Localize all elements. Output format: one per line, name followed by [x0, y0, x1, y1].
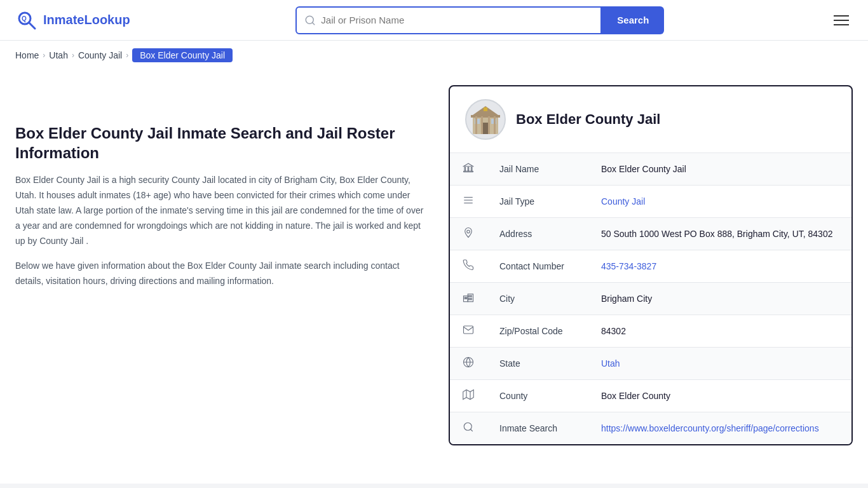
svg-rect-18	[468, 167, 469, 171]
row-icon-cell	[450, 380, 487, 412]
row-icon-cell	[450, 348, 487, 380]
row-value: 50 South 1000 West PO Box 888, Brigham C…	[588, 218, 851, 250]
row-icon-cell	[450, 186, 487, 218]
breadcrumb-home[interactable]: Home	[15, 50, 39, 60]
svg-rect-7	[482, 123, 489, 134]
row-label: Zip/Postal Code	[487, 315, 588, 348]
row-value: Utah	[588, 348, 851, 380]
hamburger-line-1	[834, 15, 849, 17]
row-label: Contact Number	[487, 250, 588, 283]
main-content: Box Elder County Jail Inmate Search and …	[0, 70, 868, 471]
row-label: Jail Type	[487, 186, 588, 218]
svg-marker-20	[464, 163, 473, 166]
svg-rect-13	[494, 116, 496, 134]
breadcrumb-current: Box Elder County Jail	[132, 48, 233, 62]
row-icon-cell	[450, 153, 487, 186]
logo-text: InmateLookup	[43, 13, 130, 27]
svg-rect-29	[469, 295, 470, 297]
row-label: Inmate Search	[487, 412, 588, 445]
row-label: City	[487, 283, 588, 315]
row-value-link[interactable]: County Jail	[601, 196, 645, 207]
left-panel: Box Elder County Jail Inmate Search and …	[15, 85, 428, 445]
info-card: Box Elder County Jail Jail NameBox Elder…	[449, 85, 853, 445]
search-input[interactable]	[321, 15, 593, 25]
row-label: Address	[487, 218, 588, 250]
row-value-link[interactable]: Utah	[601, 358, 620, 369]
row-label: Jail Name	[487, 153, 588, 186]
row-icon-cell	[450, 315, 487, 348]
svg-rect-27	[465, 297, 466, 299]
row-label: State	[487, 348, 588, 380]
breadcrumb-sep-1: ›	[43, 51, 45, 60]
avatar	[465, 99, 506, 140]
table-row: CityBrigham City	[450, 283, 851, 315]
table-row: Contact Number435-734-3827	[450, 250, 851, 283]
search-input-wrapper	[295, 6, 602, 34]
search-icon	[304, 15, 316, 26]
row-icon-cell	[450, 412, 487, 445]
row-value: Brigham City	[588, 283, 851, 315]
breadcrumb-county-jail[interactable]: County Jail	[78, 50, 122, 60]
hamburger-line-2	[834, 20, 849, 21]
row-icon-cell	[450, 250, 487, 283]
svg-point-38	[464, 423, 471, 430]
svg-line-1	[29, 23, 35, 29]
svg-point-24	[467, 230, 470, 233]
svg-rect-15	[488, 116, 490, 134]
row-value: 435-734-3827	[588, 250, 851, 283]
row-value-link[interactable]: https://www.boxeldercounty.org/sheriff/p…	[601, 423, 819, 433]
description-paragraph-2: Below we have given information about th…	[15, 259, 428, 289]
info-card-header: Box Elder County Jail	[450, 86, 851, 153]
svg-rect-17	[465, 167, 466, 171]
svg-line-39	[470, 429, 472, 431]
row-value: Box Elder County	[588, 380, 851, 412]
svg-rect-28	[466, 297, 467, 299]
svg-rect-30	[471, 295, 472, 297]
row-value: 84302	[588, 315, 851, 348]
svg-text:Q: Q	[22, 15, 27, 22]
row-icon-cell	[450, 283, 487, 315]
hamburger-line-3	[834, 24, 849, 25]
table-row: StateUtah	[450, 348, 851, 380]
row-value: https://www.boxeldercounty.org/sheriff/p…	[588, 412, 851, 445]
svg-rect-19	[471, 167, 473, 171]
logo-link[interactable]: Q InmateLookup	[15, 9, 130, 32]
svg-rect-12	[475, 116, 477, 134]
logo-icon: Q	[15, 9, 38, 32]
table-row: Address50 South 1000 West PO Box 888, Br…	[450, 218, 851, 250]
breadcrumb: Home › Utah › County Jail › Box Elder Co…	[0, 41, 868, 70]
table-row: Inmate Searchhttps://www.boxeldercounty.…	[450, 412, 851, 445]
svg-line-4	[313, 22, 315, 24]
search-button[interactable]: Search	[602, 6, 664, 34]
svg-rect-31	[469, 299, 470, 300]
description-paragraph-1: Box Elder County Jail is a high security…	[15, 173, 428, 248]
breadcrumb-sep-3: ›	[126, 51, 128, 60]
breadcrumb-sep-2: ›	[72, 51, 74, 60]
jail-card-name: Box Elder County Jail	[516, 111, 660, 128]
info-table: Jail NameBox Elder County JailJail TypeC…	[450, 153, 851, 444]
svg-marker-35	[463, 390, 474, 400]
svg-rect-6	[471, 115, 500, 118]
row-icon-cell	[450, 218, 487, 250]
row-value: Box Elder County Jail	[588, 153, 851, 186]
table-row: Jail NameBox Elder County Jail	[450, 153, 851, 186]
site-header: Q InmateLookup Search	[0, 0, 868, 41]
right-panel: Box Elder County Jail Jail NameBox Elder…	[449, 85, 853, 445]
row-value: County Jail	[588, 186, 851, 218]
footer	[0, 484, 868, 488]
svg-rect-11	[484, 107, 487, 111]
page-title: Box Elder County Jail Inmate Search and …	[15, 123, 428, 163]
row-value-link[interactable]: 435-734-3827	[601, 261, 656, 271]
svg-rect-32	[471, 299, 472, 300]
jail-building-icon	[470, 104, 501, 135]
table-row: CountyBox Elder County	[450, 380, 851, 412]
table-row: Zip/Postal Code84302	[450, 315, 851, 348]
breadcrumb-utah[interactable]: Utah	[49, 50, 68, 60]
table-row: Jail TypeCounty Jail	[450, 186, 851, 218]
hamburger-menu-button[interactable]	[830, 11, 853, 29]
row-label: County	[487, 380, 588, 412]
svg-rect-14	[481, 116, 483, 134]
search-bar: Search	[295, 6, 664, 34]
